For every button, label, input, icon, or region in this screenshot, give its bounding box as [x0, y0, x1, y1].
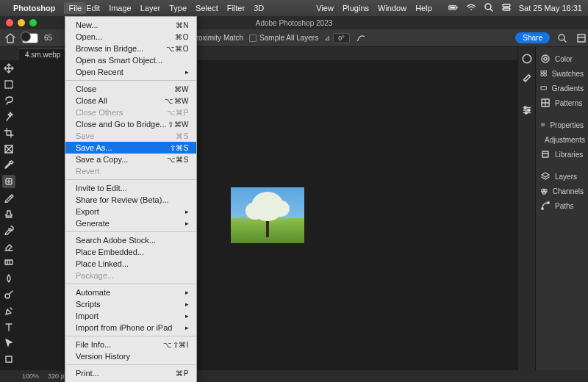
- svg-line-9: [564, 40, 566, 42]
- svg-rect-35: [541, 87, 546, 90]
- channels-icon: [540, 186, 548, 196]
- menu-select[interactable]: Select: [196, 4, 218, 12]
- menu-image[interactable]: Image: [109, 4, 132, 12]
- strip-brushes-icon[interactable]: [521, 71, 533, 82]
- file-menu-item[interactable]: Automate▸: [65, 286, 196, 298]
- battery-icon[interactable]: [448, 4, 459, 12]
- file-menu-item[interactable]: Search Adobe Stock...: [65, 234, 196, 246]
- menu-type[interactable]: Type: [169, 4, 187, 12]
- menu-file[interactable]: File: [64, 2, 86, 14]
- file-menu-item[interactable]: Place Embedded...: [65, 246, 196, 258]
- wifi-icon[interactable]: [466, 4, 476, 13]
- submenu-arrow-icon: ▸: [185, 68, 189, 76]
- strip-color-icon[interactable]: [521, 53, 533, 65]
- wand-tool[interactable]: [2, 110, 15, 123]
- panel-paths[interactable]: Paths: [539, 198, 585, 213]
- panel-swatches[interactable]: Swatches: [539, 66, 585, 81]
- gradient-tool[interactable]: [2, 256, 15, 269]
- svg-rect-6: [503, 4, 510, 7]
- file-menu-item[interactable]: Print One Copy⌥⇧⌘P: [65, 379, 196, 382]
- stamp-tool[interactable]: [2, 207, 15, 220]
- brush-size-value[interactable]: 65: [44, 34, 52, 42]
- crop-tool[interactable]: [2, 126, 15, 140]
- menu-filter[interactable]: Filter: [227, 4, 245, 12]
- menu-layer[interactable]: Layer: [140, 4, 161, 12]
- app-name[interactable]: Photoshop: [13, 4, 55, 12]
- brush-preview[interactable]: [22, 33, 38, 43]
- file-menu-item[interactable]: Generate▸: [65, 217, 196, 229]
- search-toolbar-icon[interactable]: [557, 33, 567, 43]
- panel-layers[interactable]: Layers: [539, 169, 585, 184]
- zoom-level[interactable]: 100%: [22, 372, 39, 380]
- file-menu-item[interactable]: Open...⌘O: [65, 31, 196, 43]
- svg-rect-2: [450, 7, 455, 9]
- history-brush-tool[interactable]: [2, 223, 15, 237]
- move-tool[interactable]: [2, 62, 15, 75]
- eraser-tool[interactable]: [2, 239, 15, 253]
- menu-3d[interactable]: 3D: [254, 4, 264, 12]
- file-menu-item[interactable]: Scripts▸: [65, 298, 196, 310]
- file-menu-item[interactable]: Save As...⇧⌘S: [65, 142, 196, 154]
- file-menu-item[interactable]: Close⌘W: [65, 83, 196, 95]
- file-menu-item[interactable]: Browse in Bridge...⌥⌘O: [65, 43, 196, 54]
- lasso-tool[interactable]: [2, 94, 15, 107]
- menu-view[interactable]: View: [316, 4, 334, 12]
- eyedropper-tool[interactable]: [2, 159, 15, 172]
- frame-tool[interactable]: [2, 143, 15, 156]
- file-menu-item[interactable]: Print...⌘P: [65, 367, 196, 379]
- blur-tool[interactable]: [2, 272, 15, 285]
- submenu-arrow-icon: ▸: [185, 289, 189, 296]
- file-menu-item[interactable]: Open Recent▸: [65, 66, 196, 78]
- menu-plugins[interactable]: Plugins: [343, 4, 369, 12]
- menu-edit[interactable]: Edit: [86, 4, 100, 12]
- workspace-switcher-icon[interactable]: [576, 33, 587, 43]
- panel-adjustments[interactable]: Adjustments: [539, 132, 585, 147]
- home-button[interactable]: [4, 32, 16, 44]
- file-menu-item[interactable]: Close All⌥⌘W: [65, 95, 196, 107]
- file-menu-item[interactable]: Place Linked...: [65, 258, 196, 270]
- menubar-datetime[interactable]: Sat 25 May 16:31: [519, 4, 582, 12]
- dodge-tool[interactable]: [2, 288, 15, 301]
- file-menu-item[interactable]: New...⌘N: [65, 19, 196, 31]
- panel-channels[interactable]: Channels: [539, 184, 585, 198]
- sample-all-checkbox[interactable]: [249, 35, 257, 42]
- panel-gradients[interactable]: Gradients: [539, 81, 585, 96]
- file-menu-item[interactable]: Import▸: [65, 310, 196, 322]
- opt-proximity-match[interactable]: Proximity Match: [191, 34, 243, 42]
- menu-help[interactable]: Help: [415, 4, 432, 12]
- document-canvas[interactable]: [231, 187, 304, 243]
- file-menu-item[interactable]: Export▸: [65, 206, 196, 217]
- file-menu-item[interactable]: File Info...⌥⇧⌘I: [65, 339, 196, 350]
- file-menu-item[interactable]: Import from iPhone or iPad▸: [65, 322, 196, 334]
- file-menu-item[interactable]: Version History: [65, 350, 196, 362]
- pen-tool[interactable]: [2, 304, 15, 317]
- brush-tool[interactable]: [2, 191, 15, 204]
- file-menu-item[interactable]: Open as Smart Object...: [65, 54, 196, 66]
- panel-properties[interactable]: Properties: [539, 118, 585, 132]
- svg-rect-34: [545, 74, 547, 76]
- type-tool[interactable]: [2, 320, 15, 334]
- healing-brush-tool[interactable]: [2, 175, 15, 188]
- control-center-icon[interactable]: [501, 2, 512, 14]
- svg-rect-17: [5, 260, 12, 264]
- angle-value[interactable]: 0°: [333, 33, 350, 43]
- panel-color[interactable]: Color: [539, 51, 585, 66]
- svg-rect-22: [6, 356, 12, 362]
- panel-libraries[interactable]: Libraries: [539, 147, 585, 162]
- strip-adjust-icon[interactable]: [521, 104, 533, 116]
- sample-all-label: Sample All Layers: [259, 34, 318, 42]
- marquee-tool[interactable]: [2, 78, 15, 91]
- shape-tool[interactable]: [2, 353, 15, 366]
- menu-window[interactable]: Window: [378, 4, 406, 12]
- file-menu-item[interactable]: Close and Go to Bridge...⇧⌘W: [65, 118, 196, 130]
- file-menu-item[interactable]: Share for Review (Beta)...: [65, 194, 196, 206]
- file-menu-item[interactable]: Save a Copy...⌥⌘S: [65, 154, 196, 165]
- pressure-icon[interactable]: [356, 33, 366, 43]
- path-select-tool[interactable]: [2, 336, 15, 350]
- file-menu-item[interactable]: Invite to Edit...: [65, 182, 196, 194]
- share-button[interactable]: Share: [515, 32, 550, 43]
- properties-icon: [540, 120, 545, 130]
- panel-patterns[interactable]: Patterns: [539, 96, 585, 110]
- svg-point-3: [470, 9, 472, 10]
- search-icon[interactable]: [484, 2, 494, 14]
